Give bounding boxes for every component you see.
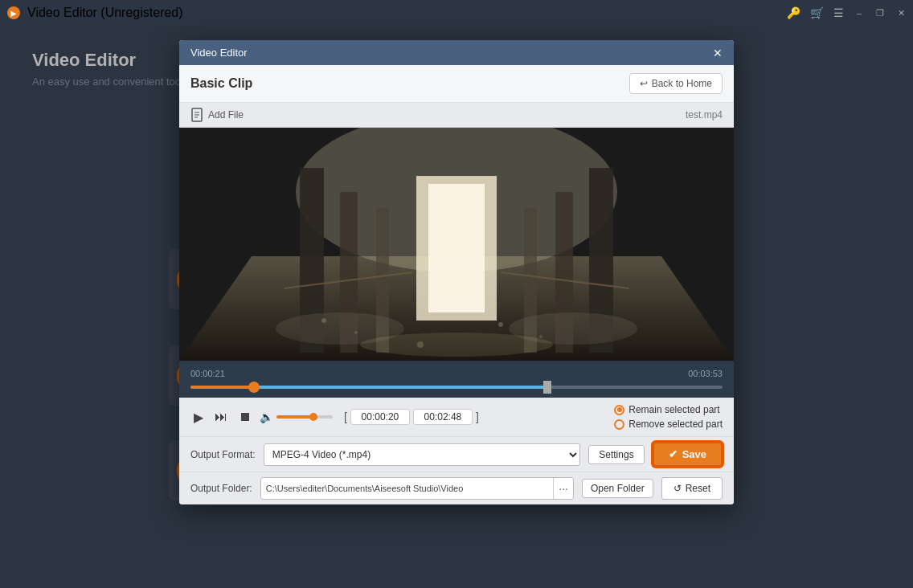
basic-clip-title: Basic Clip [190, 76, 252, 91]
modal-header-left: Basic Clip [190, 76, 252, 91]
svg-point-19 [360, 333, 553, 357]
app-title: Video Editor (Unregistered) [27, 6, 183, 20]
file-icon [190, 108, 205, 122]
folder-dots-button[interactable]: ··· [553, 478, 573, 499]
timeline-handle-right[interactable] [543, 381, 551, 394]
close-button[interactable]: ✕ [895, 7, 907, 18]
timeline-times: 00:00:21 00:03:53 [190, 367, 723, 380]
remove-selected-option[interactable]: Remove selected part [614, 419, 723, 430]
titlebar-left: ▶ Video Editor (Unregistered) [6, 6, 183, 20]
svg-rect-10 [428, 184, 485, 312]
timeline-handle[interactable] [248, 382, 260, 393]
volume-filled [276, 415, 313, 419]
timeline-end: 00:03:53 [688, 369, 723, 378]
output-format-row: Output Format: MPEG-4 Video (*.mp4) Sett… [179, 436, 734, 472]
volume-slider[interactable] [276, 415, 333, 419]
titlebar-controls: 🔑 🛒 ☰ – ❐ ✕ [787, 6, 907, 19]
volume-control[interactable]: 🔈 [260, 410, 333, 423]
timeline-selected [254, 386, 547, 389]
list-icon[interactable]: ☰ [833, 6, 844, 19]
remove-radio[interactable] [614, 419, 624, 430]
modal-close-button[interactable]: ✕ [713, 47, 723, 59]
titlebar: ▶ Video Editor (Unregistered) 🔑 🛒 ☰ – ❐ … [0, 0, 913, 26]
svg-point-24 [498, 322, 503, 327]
output-folder-label: Output Folder: [190, 483, 252, 494]
output-format-label: Output Format: [190, 449, 256, 460]
restore-button[interactable]: ❐ [874, 7, 886, 18]
reset-icon: ↺ [673, 483, 682, 494]
app-logo-icon: ▶ [6, 6, 21, 20]
add-file-button[interactable]: Add File [190, 108, 244, 122]
svg-point-25 [539, 335, 542, 338]
save-check-icon: ✔ [669, 448, 678, 460]
bracket-left: [ [344, 410, 347, 423]
back-to-home-button[interactable]: ↩ Back to Home [629, 73, 723, 94]
modal-overlay: Video Editor ✕ Basic Clip ↩ Back to Home [0, 26, 913, 588]
video-scene-svg [179, 128, 734, 361]
clip-end-input[interactable] [413, 409, 473, 425]
svg-point-22 [321, 318, 326, 323]
modal-header: Basic Clip ↩ Back to Home [179, 65, 734, 103]
clip-start-input[interactable] [350, 409, 410, 425]
controls-row: ▶ ⏭ ⏹ 🔈 [ ] Remain selected part [179, 398, 734, 436]
volume-knob [309, 413, 317, 421]
key-icon[interactable]: 🔑 [787, 6, 800, 19]
bracket-right: ] [476, 410, 479, 423]
modal-title: Video Editor [190, 47, 248, 59]
timeline-filled [190, 386, 254, 389]
stop-button[interactable]: ⏹ [235, 408, 255, 426]
svg-point-23 [354, 331, 358, 334]
timeline-rail [190, 386, 723, 389]
timeline-bar: 00:00:21 00:03:53 [179, 361, 734, 398]
minimize-button[interactable]: – [854, 7, 865, 18]
back-icon: ↩ [640, 78, 648, 89]
timeline-track[interactable] [190, 380, 723, 394]
folder-path-wrap: C:\Users\editer\Documents\Aiseesoft Stud… [260, 477, 574, 500]
cart-icon[interactable]: 🛒 [810, 6, 824, 19]
reset-button[interactable]: ↺ Reset [661, 477, 723, 500]
time-inputs: [ ] [344, 409, 479, 425]
file-bar: Add File test.mp4 [179, 103, 734, 128]
format-select[interactable]: MPEG-4 Video (*.mp4) [264, 443, 581, 466]
options-column: Remain selected part Remove selected par… [614, 404, 723, 430]
save-button[interactable]: ✔ Save [653, 442, 723, 467]
volume-icon: 🔈 [260, 410, 273, 423]
file-name: test.mp4 [686, 109, 723, 120]
svg-text:▶: ▶ [10, 9, 17, 18]
next-frame-button[interactable]: ⏭ [211, 408, 231, 426]
play-button[interactable]: ▶ [190, 408, 207, 427]
timeline-start: 00:00:21 [190, 369, 225, 378]
modal: Video Editor ✕ Basic Clip ↩ Back to Home [179, 40, 734, 504]
remain-radio[interactable] [614, 405, 624, 415]
video-preview [179, 128, 734, 361]
output-folder-row: Output Folder: C:\Users\editer\Documents… [179, 472, 734, 504]
remain-selected-option[interactable]: Remain selected part [614, 404, 723, 415]
settings-button[interactable]: Settings [588, 445, 644, 464]
folder-path: C:\Users\editer\Documents\Aiseesoft Stud… [261, 484, 554, 493]
open-folder-button[interactable]: Open Folder [582, 479, 653, 498]
svg-point-26 [417, 341, 424, 348]
modal-titlebar: Video Editor ✕ [179, 40, 734, 65]
